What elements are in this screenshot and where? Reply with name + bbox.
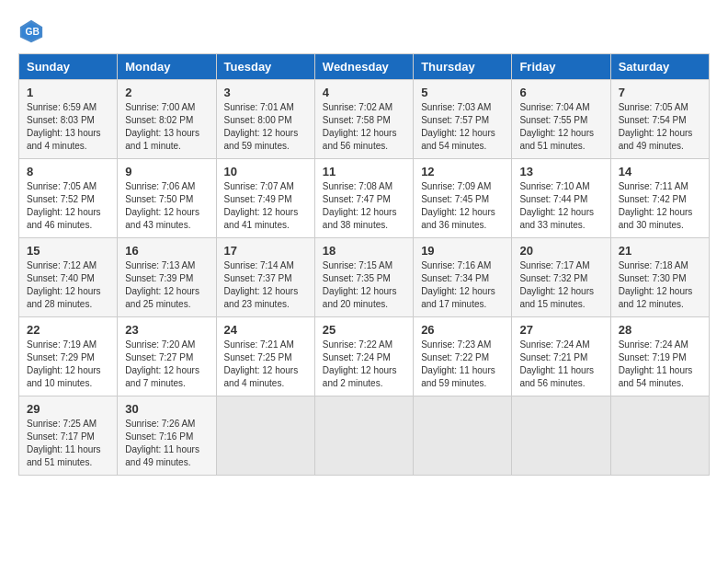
calendar-cell: 23 Sunrise: 7:20 AM Sunset: 7:27 PM Dayl… — [118, 317, 216, 396]
calendar-cell: 28 Sunrise: 7:24 AM Sunset: 7:19 PM Dayl… — [610, 317, 709, 396]
day-number: 20 — [519, 244, 602, 258]
calendar-cell: 11 Sunrise: 7:08 AM Sunset: 7:47 PM Dayl… — [314, 159, 413, 238]
calendar-cell: 1 Sunrise: 6:59 AM Sunset: 8:03 PM Dayli… — [19, 80, 118, 159]
day-info: Sunrise: 7:23 AM Sunset: 7:22 PM Dayligh… — [421, 339, 504, 390]
day-info: Sunrise: 7:16 AM Sunset: 7:34 PM Dayligh… — [421, 259, 504, 311]
calendar-cell — [216, 396, 314, 476]
day-info: Sunrise: 7:02 AM Sunset: 7:58 PM Dayligh… — [323, 101, 405, 153]
calendar-cell: 6 Sunrise: 7:04 AM Sunset: 7:55 PM Dayli… — [512, 80, 610, 159]
calendar-cell: 24 Sunrise: 7:21 AM Sunset: 7:25 PM Dayl… — [216, 317, 314, 396]
calendar-cell: 21 Sunrise: 7:18 AM Sunset: 7:30 PM Dayl… — [610, 238, 709, 317]
day-info: Sunrise: 7:00 AM Sunset: 8:02 PM Dayligh… — [125, 101, 208, 153]
day-number: 7 — [619, 86, 701, 99]
day-info: Sunrise: 7:10 AM Sunset: 7:44 PM Dayligh… — [519, 180, 602, 232]
day-number: 9 — [125, 165, 208, 178]
day-number: 23 — [125, 323, 208, 337]
calendar-cell — [512, 396, 610, 476]
calendar-cell: 25 Sunrise: 7:22 AM Sunset: 7:24 PM Dayl… — [314, 317, 413, 396]
calendar-cell: 26 Sunrise: 7:23 AM Sunset: 7:22 PM Dayl… — [414, 317, 512, 396]
calendar-cell: 22 Sunrise: 7:19 AM Sunset: 7:29 PM Dayl… — [19, 317, 118, 396]
calendar-week-row: 22 Sunrise: 7:19 AM Sunset: 7:29 PM Dayl… — [19, 317, 710, 396]
calendar-week-row: 29 Sunrise: 7:25 AM Sunset: 7:17 PM Dayl… — [19, 396, 710, 476]
calendar-cell: 19 Sunrise: 7:16 AM Sunset: 7:34 PM Dayl… — [414, 238, 512, 317]
calendar-cell: 14 Sunrise: 7:11 AM Sunset: 7:42 PM Dayl… — [610, 159, 709, 238]
column-header-tuesday: Tuesday — [216, 54, 314, 80]
day-info: Sunrise: 7:01 AM Sunset: 8:00 PM Dayligh… — [224, 101, 307, 153]
day-info: Sunrise: 7:06 AM Sunset: 7:50 PM Dayligh… — [125, 180, 208, 232]
column-header-monday: Monday — [118, 54, 216, 80]
day-number: 25 — [323, 323, 405, 337]
day-number: 14 — [619, 165, 701, 178]
day-info: Sunrise: 7:13 AM Sunset: 7:39 PM Dayligh… — [125, 259, 208, 311]
calendar-cell: 5 Sunrise: 7:03 AM Sunset: 7:57 PM Dayli… — [414, 80, 512, 159]
day-info: Sunrise: 7:18 AM Sunset: 7:30 PM Dayligh… — [619, 259, 701, 311]
page-header: GB — [18, 18, 710, 44]
calendar-header-row: SundayMondayTuesdayWednesdayThursdayFrid… — [19, 54, 710, 80]
day-info: Sunrise: 7:26 AM Sunset: 7:16 PM Dayligh… — [125, 418, 208, 469]
calendar-week-row: 8 Sunrise: 7:05 AM Sunset: 7:52 PM Dayli… — [19, 159, 710, 238]
column-header-friday: Friday — [512, 54, 610, 80]
day-number: 10 — [224, 165, 307, 178]
column-header-sunday: Sunday — [19, 54, 118, 80]
day-number: 12 — [421, 165, 504, 178]
column-header-wednesday: Wednesday — [314, 54, 413, 80]
calendar-cell — [610, 396, 709, 476]
day-number: 18 — [323, 244, 405, 258]
day-number: 21 — [619, 244, 701, 258]
day-info: Sunrise: 6:59 AM Sunset: 8:03 PM Dayligh… — [27, 101, 109, 153]
day-info: Sunrise: 7:08 AM Sunset: 7:47 PM Dayligh… — [323, 180, 405, 232]
calendar-cell: 29 Sunrise: 7:25 AM Sunset: 7:17 PM Dayl… — [19, 396, 118, 476]
calendar-cell: 7 Sunrise: 7:05 AM Sunset: 7:54 PM Dayli… — [610, 80, 709, 159]
calendar-cell: 16 Sunrise: 7:13 AM Sunset: 7:39 PM Dayl… — [118, 238, 216, 317]
day-number: 2 — [125, 86, 208, 99]
day-info: Sunrise: 7:21 AM Sunset: 7:25 PM Dayligh… — [224, 339, 307, 390]
day-info: Sunrise: 7:09 AM Sunset: 7:45 PM Dayligh… — [421, 180, 504, 232]
day-number: 1 — [27, 86, 109, 99]
day-number: 11 — [323, 165, 405, 178]
logo: GB — [18, 18, 48, 44]
day-number: 6 — [519, 86, 602, 99]
day-number: 13 — [519, 165, 602, 178]
day-number: 4 — [323, 86, 405, 99]
calendar-cell: 2 Sunrise: 7:00 AM Sunset: 8:02 PM Dayli… — [118, 80, 216, 159]
day-number: 22 — [27, 323, 109, 337]
column-header-thursday: Thursday — [414, 54, 512, 80]
day-info: Sunrise: 7:05 AM Sunset: 7:52 PM Dayligh… — [27, 180, 109, 232]
day-number: 27 — [519, 323, 602, 337]
day-info: Sunrise: 7:05 AM Sunset: 7:54 PM Dayligh… — [619, 101, 701, 153]
calendar-cell: 20 Sunrise: 7:17 AM Sunset: 7:32 PM Dayl… — [512, 238, 610, 317]
day-info: Sunrise: 7:04 AM Sunset: 7:55 PM Dayligh… — [519, 101, 602, 153]
calendar-cell: 8 Sunrise: 7:05 AM Sunset: 7:52 PM Dayli… — [19, 159, 118, 238]
calendar-table: SundayMondayTuesdayWednesdayThursdayFrid… — [18, 53, 710, 476]
calendar-cell — [414, 396, 512, 476]
calendar-cell: 12 Sunrise: 7:09 AM Sunset: 7:45 PM Dayl… — [414, 159, 512, 238]
calendar-week-row: 15 Sunrise: 7:12 AM Sunset: 7:40 PM Dayl… — [19, 238, 710, 317]
day-number: 17 — [224, 244, 307, 258]
calendar-cell: 18 Sunrise: 7:15 AM Sunset: 7:35 PM Dayl… — [314, 238, 413, 317]
calendar-cell: 9 Sunrise: 7:06 AM Sunset: 7:50 PM Dayli… — [118, 159, 216, 238]
day-info: Sunrise: 7:15 AM Sunset: 7:35 PM Dayligh… — [323, 259, 405, 311]
day-info: Sunrise: 7:24 AM Sunset: 7:21 PM Dayligh… — [519, 339, 602, 390]
calendar-cell: 4 Sunrise: 7:02 AM Sunset: 7:58 PM Dayli… — [314, 80, 413, 159]
day-info: Sunrise: 7:12 AM Sunset: 7:40 PM Dayligh… — [27, 259, 109, 311]
calendar-cell: 10 Sunrise: 7:07 AM Sunset: 7:49 PM Dayl… — [216, 159, 314, 238]
calendar-cell: 15 Sunrise: 7:12 AM Sunset: 7:40 PM Dayl… — [19, 238, 118, 317]
calendar-cell: 13 Sunrise: 7:10 AM Sunset: 7:44 PM Dayl… — [512, 159, 610, 238]
day-number: 29 — [27, 402, 109, 416]
day-number: 19 — [421, 244, 504, 258]
svg-text:GB: GB — [25, 27, 39, 37]
day-number: 28 — [619, 323, 701, 337]
day-info: Sunrise: 7:07 AM Sunset: 7:49 PM Dayligh… — [224, 180, 307, 232]
day-info: Sunrise: 7:22 AM Sunset: 7:24 PM Dayligh… — [323, 339, 405, 390]
calendar-cell: 27 Sunrise: 7:24 AM Sunset: 7:21 PM Dayl… — [512, 317, 610, 396]
day-number: 26 — [421, 323, 504, 337]
day-number: 5 — [421, 86, 504, 99]
day-info: Sunrise: 7:24 AM Sunset: 7:19 PM Dayligh… — [619, 339, 701, 390]
logo-icon: GB — [18, 18, 44, 44]
calendar-week-row: 1 Sunrise: 6:59 AM Sunset: 8:03 PM Dayli… — [19, 80, 710, 159]
day-number: 8 — [27, 165, 109, 178]
calendar-cell: 3 Sunrise: 7:01 AM Sunset: 8:00 PM Dayli… — [216, 80, 314, 159]
day-number: 16 — [125, 244, 208, 258]
day-info: Sunrise: 7:20 AM Sunset: 7:27 PM Dayligh… — [125, 339, 208, 390]
day-number: 24 — [224, 323, 307, 337]
